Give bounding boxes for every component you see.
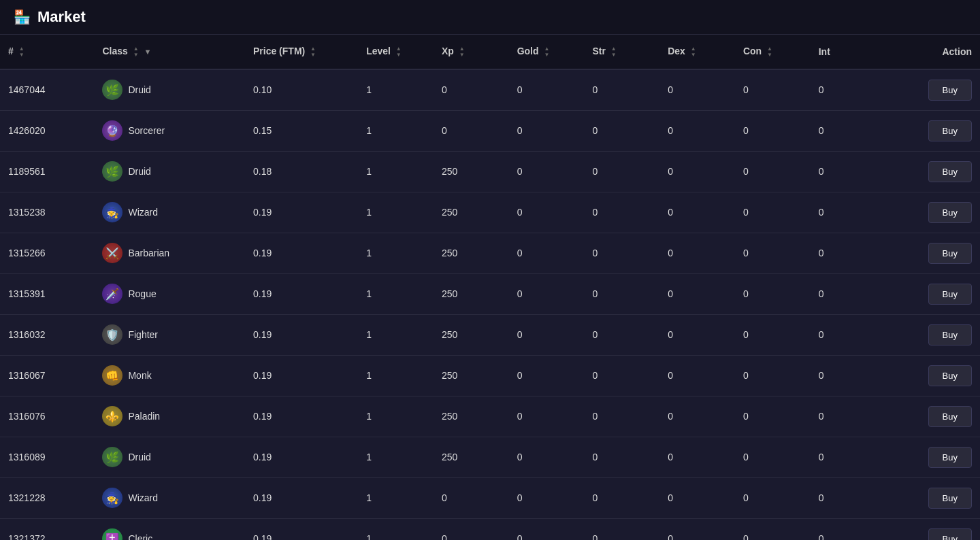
cell-gold: 0 — [509, 192, 585, 233]
cell-dex: 0 — [659, 477, 735, 518]
col-header-price[interactable]: Price (FTM) ▲▼ — [245, 35, 358, 69]
col-header-xp[interactable]: Xp ▲▼ — [434, 35, 509, 69]
cell-class: 🔮Sorcerer — [94, 110, 245, 151]
cell-id: 1316067 — [0, 355, 94, 396]
market-icon: 🏪 — [14, 9, 31, 25]
col-header-dex[interactable]: Dex ▲▼ — [659, 35, 735, 69]
cell-int: 0 — [811, 192, 886, 233]
avatar-sorcerer: 🔮 — [102, 120, 122, 141]
cell-dex: 0 — [659, 396, 735, 437]
cell-level: 1 — [358, 151, 434, 192]
cell-str: 0 — [584, 355, 659, 396]
cell-action: Buy — [885, 233, 980, 273]
cell-con: 0 — [735, 273, 811, 314]
cell-price: 0.19 — [245, 192, 358, 233]
cell-int: 0 — [811, 518, 886, 540]
cell-str: 0 — [584, 477, 659, 518]
table-row: 1316032🛡️Fighter0.19125000000Buy — [0, 314, 980, 355]
cell-xp: 0 — [434, 110, 509, 151]
cell-str: 0 — [584, 233, 659, 273]
buy-button[interactable]: Buy — [928, 324, 972, 345]
cell-dex: 0 — [659, 233, 735, 273]
cell-id: 1467044 — [0, 69, 94, 111]
cell-gold: 0 — [509, 518, 585, 540]
cell-dex: 0 — [659, 110, 735, 151]
buy-button[interactable]: Buy — [928, 406, 972, 427]
cell-str: 0 — [584, 314, 659, 355]
cell-level: 1 — [358, 477, 434, 518]
sort-gold[interactable]: ▲▼ — [544, 46, 549, 58]
cell-int: 0 — [811, 233, 886, 273]
sort-class[interactable]: ▲▼ — [133, 46, 139, 58]
buy-button[interactable]: Buy — [928, 488, 972, 509]
cell-class: 🛡️Fighter — [94, 314, 245, 355]
sort-level[interactable]: ▲▼ — [396, 46, 402, 58]
cell-int: 0 — [811, 477, 886, 518]
col-header-gold[interactable]: Gold ▲▼ — [509, 35, 585, 69]
cell-price: 0.19 — [245, 518, 358, 540]
cell-id: 1426020 — [0, 110, 94, 151]
buy-button[interactable]: Buy — [928, 202, 972, 223]
table-row: 1321372✝️Cleric0.191000000Buy — [0, 518, 980, 540]
sort-dex[interactable]: ▲▼ — [691, 46, 696, 58]
cell-action: Buy — [885, 518, 980, 540]
avatar-paladin: ⚜️ — [102, 406, 122, 426]
sort-hash[interactable]: ▲▼ — [19, 46, 24, 58]
cell-action: Buy — [885, 355, 980, 396]
sort-con[interactable]: ▲▼ — [767, 46, 772, 58]
cell-con: 0 — [735, 437, 811, 477]
buy-button[interactable]: Buy — [928, 365, 972, 386]
cell-xp: 250 — [434, 151, 509, 192]
cell-id: 1315238 — [0, 192, 94, 233]
sort-xp[interactable]: ▲▼ — [459, 46, 465, 58]
cell-con: 0 — [735, 314, 811, 355]
cell-class: 🗡️Rogue — [94, 273, 245, 314]
class-name: Wizard — [128, 207, 158, 218]
cell-action: Buy — [885, 151, 980, 192]
cell-level: 1 — [358, 355, 434, 396]
buy-button[interactable]: Buy — [928, 284, 972, 305]
buy-button[interactable]: Buy — [928, 120, 972, 141]
cell-price: 0.10 — [245, 69, 358, 111]
table-row: 1316089🌿Druid0.19125000000Buy — [0, 437, 980, 477]
cell-con: 0 — [735, 396, 811, 437]
class-name: Monk — [128, 370, 151, 381]
avatar-druid: 🌿 — [102, 447, 122, 467]
cell-con: 0 — [735, 355, 811, 396]
cell-action: Buy — [885, 110, 980, 151]
sort-str[interactable]: ▲▼ — [611, 46, 617, 58]
buy-button[interactable]: Buy — [928, 528, 972, 540]
cell-xp: 250 — [434, 437, 509, 477]
sort-price[interactable]: ▲▼ — [310, 46, 316, 58]
col-header-str[interactable]: Str ▲▼ — [584, 35, 659, 69]
table-row: 1316067👊Monk0.19125000000Buy — [0, 355, 980, 396]
buy-button[interactable]: Buy — [928, 161, 972, 182]
cell-class: ⚜️Paladin — [94, 396, 245, 437]
buy-button[interactable]: Buy — [928, 447, 972, 468]
col-header-con[interactable]: Con ▲▼ — [735, 35, 811, 69]
cell-gold: 0 — [509, 110, 585, 151]
col-header-class[interactable]: Class ▲▼ ▼ — [94, 35, 245, 69]
col-header-int: Int — [811, 35, 886, 69]
cell-id: 1321228 — [0, 477, 94, 518]
avatar-fighter: 🛡️ — [102, 324, 122, 345]
cell-int: 0 — [811, 437, 886, 477]
table-row: 1315238🧙Wizard0.19125000000Buy — [0, 192, 980, 233]
cell-action: Buy — [885, 273, 980, 314]
cell-action: Buy — [885, 477, 980, 518]
cell-action: Buy — [885, 396, 980, 437]
filter-class-icon[interactable]: ▼ — [144, 48, 152, 56]
cell-id: 1315266 — [0, 233, 94, 273]
buy-button[interactable]: Buy — [928, 243, 972, 264]
table-header: # ▲▼ Class ▲▼ ▼ Price (FTM) — [0, 35, 980, 69]
cell-price: 0.19 — [245, 396, 358, 437]
cell-con: 0 — [735, 192, 811, 233]
col-header-level[interactable]: Level ▲▼ — [358, 35, 434, 69]
buy-button[interactable]: Buy — [928, 80, 972, 101]
cell-dex: 0 — [659, 273, 735, 314]
col-header-hash[interactable]: # ▲▼ — [0, 35, 94, 69]
cell-str: 0 — [584, 192, 659, 233]
cell-level: 1 — [358, 437, 434, 477]
avatar-barbarian: ⚔️ — [102, 243, 122, 263]
cell-con: 0 — [735, 518, 811, 540]
